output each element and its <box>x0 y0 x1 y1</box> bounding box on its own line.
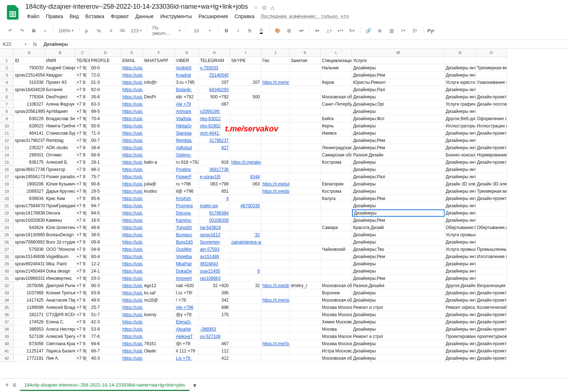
cell[interactable]: https://uslugi.yar <box>121 347 143 355</box>
cell[interactable]: @y +79: <box>175 311 199 318</box>
cell[interactable]: Московская об <box>321 93 352 101</box>
cell[interactable]: 51-7 <box>90 311 121 318</box>
zoom-select[interactable]: 100%▾ <box>56 26 76 35</box>
cell[interactable]: Услуги промыш <box>445 246 476 253</box>
cell[interactable]: Дизайнеры интерьеров <box>445 268 476 275</box>
cell[interactable]: +7 9: <box>75 195 90 202</box>
cell[interactable]: Бийск <box>321 115 352 122</box>
cell[interactable] <box>143 268 175 275</box>
row-header[interactable]: 12 <box>0 137 14 144</box>
cell[interactable]: AlisaNe <box>175 326 199 333</box>
cell[interactable]: https://uslugi.yar <box>121 297 143 304</box>
cell[interactable] <box>321 217 352 224</box>
cell[interactable]: Дизайнеры интерьеров <box>445 260 476 268</box>
cell[interactable]: https://uslugi.yandex.ru <box>121 86 143 93</box>
col-header[interactable]: M <box>352 49 445 57</box>
cell[interactable] <box>321 275 352 282</box>
cell[interactable]: Buro2dS <box>175 238 199 246</box>
cell[interactable]: /8924843 <box>199 260 230 268</box>
cell[interactable]: Московская об <box>321 282 352 289</box>
cell[interactable] <box>290 224 321 231</box>
cell[interactable]: Дизайнеры интерьеров;Строительство бань,… <box>445 275 476 282</box>
cell[interactable]: 816 <box>199 159 230 166</box>
cell[interactable] <box>230 151 261 159</box>
cell[interactable]: Дизайнеры <box>352 340 445 347</box>
cell[interactable]: sprav706609928 <box>14 238 45 246</box>
cell[interactable] <box>290 115 321 122</box>
cell[interactable]: Трехмерная визуализация дизайна интерьер… <box>476 188 507 195</box>
cell[interactable]: Косметический ремонт офисов;Капитальный … <box>476 304 507 311</box>
cell[interactable]: Юлия Кузьмиче <box>45 180 75 188</box>
cell[interactable]: https://uslugi.yandex.ru <box>121 217 143 224</box>
cell[interactable] <box>476 173 507 180</box>
cell[interactable]: https://uslugi.yandex.ru <box>121 173 143 180</box>
cell[interactable]: 81788384 <box>199 209 230 217</box>
cell[interactable] <box>476 137 507 144</box>
cell[interactable]: nail +920 <box>175 282 199 289</box>
cell[interactable]: 412 <box>199 355 230 362</box>
cell[interactable]: 630229 <box>14 115 45 122</box>
cell[interactable] <box>143 137 175 144</box>
cell[interactable]: https://uslugi.yar <box>121 93 143 101</box>
cell[interactable] <box>143 304 175 311</box>
cell[interactable]: nko-82802 <box>199 122 230 130</box>
cell[interactable]: 543824 <box>14 224 45 231</box>
cell[interactable]: kseniy <box>143 311 175 318</box>
cell[interactable] <box>261 122 290 130</box>
cell[interactable] <box>445 57 476 64</box>
cell[interactable]: Ołade: <box>143 347 175 355</box>
cell[interactable] <box>261 166 290 173</box>
cell[interactable]: Визуализация экстерьеров;Трехмерная визу… <box>476 282 507 289</box>
cell[interactable]: Дизайнеры интерьеров <box>445 238 476 246</box>
cell[interactable]: 38-5 <box>90 231 121 238</box>
cell[interactable]: Дизайнеры <box>352 209 445 217</box>
cell[interactable] <box>230 304 261 311</box>
cell[interactable]: 68-9 <box>90 151 121 159</box>
cell[interactable]: Проект 43 <box>45 79 75 86</box>
cell[interactable] <box>143 166 175 173</box>
cell[interactable]: Дизайн-проект интерьера квартиры;Дизайн-… <box>476 311 507 318</box>
cell[interactable]: Дизайнеры <box>352 347 445 355</box>
cell[interactable] <box>261 238 290 246</box>
cell[interactable]: Проектор <box>45 166 75 173</box>
cell[interactable] <box>290 209 321 217</box>
cell[interactable]: Decora <box>45 209 75 217</box>
cell[interactable] <box>290 268 321 275</box>
cell[interactable]: https://uslugi.yandex.ru <box>121 246 143 253</box>
cell[interactable]: Крис Ким <box>45 195 75 202</box>
col-header[interactable]: B <box>45 49 75 57</box>
cell[interactable]: https://uslugi.yandex.ru <box>121 224 143 231</box>
cell[interactable] <box>143 224 175 231</box>
cell[interactable] <box>290 238 321 246</box>
cell[interactable]: Дизайнеры <box>352 130 445 137</box>
col-header[interactable]: A <box>14 49 45 57</box>
cell[interactable]: Иллюстрации к сайту;Иллюстрации для моби… <box>476 122 507 130</box>
menu-Данные[interactable]: Данные <box>132 12 157 21</box>
borders-icon[interactable]: ⊞ <box>284 25 294 36</box>
cell[interactable]: Промышленный дизайн;Дизайн-проект интерь… <box>476 246 507 253</box>
col-header[interactable]: K <box>290 49 321 57</box>
row-header[interactable]: 21 <box>0 202 14 209</box>
row-header[interactable]: 34 <box>0 297 14 304</box>
cell[interactable]: av151486 <box>199 253 230 260</box>
cell[interactable] <box>261 64 290 72</box>
cell[interactable]: +7 9( <box>75 253 90 260</box>
cell[interactable]: Mka. Paint <box>45 260 75 268</box>
cell[interactable]: +7 9( <box>75 224 90 231</box>
cell[interactable] <box>143 195 175 202</box>
cell[interactable]: 71-3 <box>90 130 121 137</box>
cell[interactable]: +7 9( <box>75 209 90 217</box>
cell[interactable]: ТЕЛЕФОН <box>75 57 90 64</box>
cell[interactable]: Ale +796 <box>175 304 199 311</box>
cell[interactable]: Москва Москова <box>321 304 352 311</box>
row-header[interactable]: 2 <box>0 64 14 72</box>
cell[interactable] <box>199 318 230 326</box>
row-header[interactable]: 5 <box>0 86 14 93</box>
cell[interactable]: 46700335 <box>230 202 261 209</box>
cell[interactable] <box>476 57 507 64</box>
cell[interactable]: https://uslugi.yandex.ru <box>121 326 143 333</box>
cell[interactable]: 673056 <box>14 340 45 347</box>
cell[interactable]: Кострома <box>321 159 352 166</box>
cell[interactable]: Лия А. <box>45 355 75 362</box>
cell[interactable]: ElenaS- <box>175 318 199 326</box>
